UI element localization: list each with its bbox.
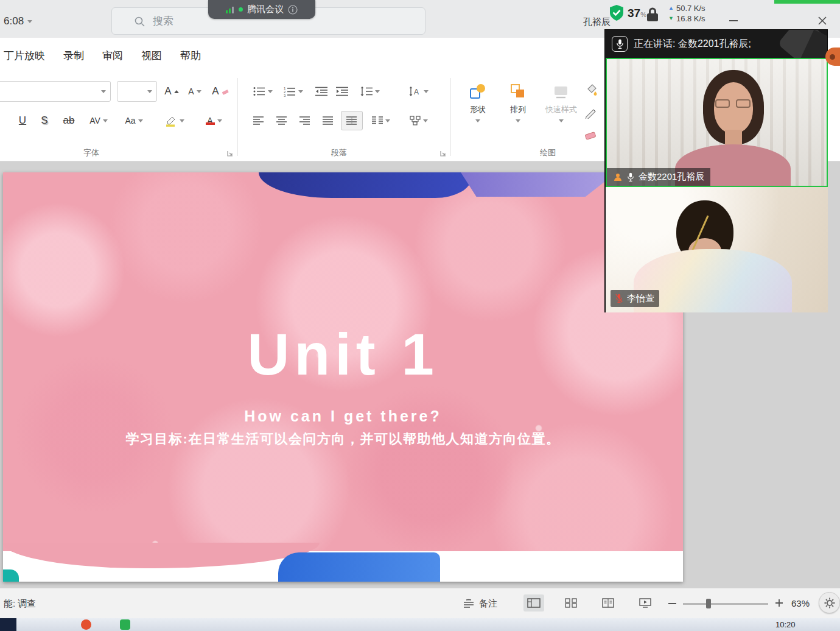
zoom-in-button[interactable] — [773, 597, 785, 609]
screen: 6:08 搜索 腾讯会议 孔裕辰 37% ▲ 50.7 K/s — [0, 0, 840, 631]
chevron-down-icon — [101, 90, 106, 93]
settings-gear-button[interactable] — [819, 592, 840, 613]
shapes-button[interactable]: 形状 — [460, 80, 495, 147]
zoom-slider-handle[interactable] — [706, 599, 711, 608]
bullet-list-button[interactable] — [250, 82, 276, 101]
arrange-button[interactable]: 排列 — [500, 80, 536, 147]
chevron-down-icon — [138, 119, 143, 122]
notes-icon — [463, 599, 475, 609]
slide-deco-blue-shape — [278, 552, 440, 582]
numbered-list-icon: 123 — [284, 86, 296, 97]
participant-video-2[interactable]: 李怡萱 — [606, 187, 828, 312]
decrease-indent-button[interactable] — [313, 82, 330, 101]
upload-arrow-icon: ▲ — [668, 3, 674, 13]
slide-sorter-icon — [565, 598, 577, 608]
highlighter-icon — [165, 115, 177, 127]
text-shadow-button[interactable]: S — [35, 111, 54, 130]
change-case-button[interactable]: Aa — [119, 111, 149, 130]
taskbar-clock[interactable]: 10:20 — [775, 620, 796, 629]
chevron-down-icon — [423, 119, 428, 122]
close-icon — [817, 16, 827, 26]
menu-item-view[interactable]: 视图 — [141, 49, 162, 63]
normal-view-icon — [527, 598, 541, 608]
minus-icon — [668, 603, 676, 604]
justify-icon — [323, 116, 334, 125]
notes-button[interactable]: 备注 — [463, 596, 497, 612]
convert-smartart-button[interactable] — [404, 111, 433, 130]
outline-pen-icon — [584, 105, 598, 119]
mic-on-icon — [627, 172, 634, 182]
quick-styles-button[interactable]: 快速样式 — [538, 80, 584, 147]
shapes-icon — [469, 83, 486, 100]
align-left-button[interactable] — [250, 111, 268, 130]
smartart-icon — [410, 116, 421, 125]
align-right-button[interactable] — [296, 111, 314, 130]
minimize-button[interactable] — [727, 15, 740, 27]
font-color-button[interactable]: A — [197, 111, 230, 130]
zoom-slider[interactable] — [683, 603, 768, 605]
start-button[interactable] — [0, 618, 16, 631]
line-spacing-button[interactable] — [357, 82, 383, 101]
system-time[interactable]: 6:08 — [4, 15, 32, 27]
zoom-out-button[interactable] — [666, 599, 678, 608]
taskbar-app-icon[interactable] — [120, 619, 130, 630]
security-shield-icon[interactable] — [609, 4, 625, 24]
slide-title[interactable]: Unit 1 — [3, 321, 683, 388]
font-size-dropdown[interactable] — [117, 81, 157, 102]
slide[interactable]: Unit 1 How can I get there? 学习目标:在日常生活可以… — [3, 172, 683, 582]
participant-1-name-bar: 金数2201孔裕辰 — [607, 168, 710, 186]
speaking-status-text: 正在讲话: 金数2201孔裕辰; — [634, 38, 751, 51]
highlight-color-button[interactable] — [158, 111, 191, 130]
character-spacing-button[interactable]: AV — [84, 111, 113, 130]
paragraph-dialog-launcher[interactable] — [439, 149, 447, 156]
distribute-text-button[interactable] — [341, 111, 363, 130]
menu-item-slideshow[interactable]: 丁片放映 — [4, 49, 45, 63]
chevron-down-icon — [559, 119, 564, 122]
shrink-font-button[interactable]: A — [185, 82, 205, 101]
shape-fill-button[interactable] — [581, 79, 601, 99]
clear-format-button[interactable]: A — [209, 82, 231, 101]
taskbar: 10:20 — [0, 618, 840, 631]
increase-indent-button[interactable] — [334, 82, 351, 101]
underline-button[interactable]: U — [13, 111, 32, 130]
strikethrough-button[interactable]: ab — [57, 111, 80, 130]
view-reading-button[interactable] — [598, 594, 618, 612]
columns-button[interactable] — [368, 111, 394, 130]
chevron-down-icon — [147, 90, 152, 93]
align-center-button[interactable] — [273, 111, 291, 130]
top-edge-accent — [774, 0, 840, 4]
grow-font-button[interactable]: A — [162, 82, 181, 101]
font-name-dropdown[interactable] — [0, 81, 111, 102]
zoom-percent-label[interactable]: 63% — [791, 598, 810, 608]
panel-collapse-tab[interactable] — [825, 48, 840, 66]
close-button[interactable] — [816, 15, 829, 27]
svg-text:A: A — [414, 88, 419, 96]
shape-eraser-button[interactable] — [581, 125, 601, 145]
meeting-pill[interactable]: 腾讯会议 — [208, 0, 315, 19]
view-slideshow-button[interactable] — [635, 594, 656, 612]
participant-video-1[interactable]: 金数2201孔裕辰 — [606, 58, 828, 187]
justify-button[interactable] — [319, 111, 337, 130]
slideshow-icon — [639, 598, 651, 608]
text-direction-button[interactable]: A — [404, 82, 433, 101]
notes-label: 备注 — [479, 598, 497, 610]
participant-1-figure — [714, 82, 753, 133]
slide-subtitle[interactable]: How can I get there? — [3, 407, 683, 425]
chevron-down-icon — [516, 119, 520, 122]
align-left-icon — [253, 116, 264, 125]
chevron-down-icon — [27, 20, 32, 23]
numbered-list-button[interactable]: 123 — [280, 82, 307, 101]
view-normal-button[interactable] — [523, 594, 544, 612]
download-arrow-icon: ▼ — [668, 13, 674, 24]
view-slide-sorter-button[interactable] — [561, 594, 581, 612]
menu-item-record[interactable]: 录制 — [63, 49, 84, 63]
font-dialog-launcher[interactable] — [226, 149, 234, 156]
columns-icon — [372, 116, 383, 125]
slide-objective-text[interactable]: 学习目标:在日常生活可以会问方向，并可以帮助他人知道方向位置。 — [3, 430, 683, 448]
taskbar-app-icon[interactable] — [81, 619, 91, 630]
menu-item-help[interactable]: 帮助 — [180, 49, 201, 63]
info-icon[interactable] — [288, 5, 298, 15]
drawing-group-label: 绘图 — [469, 147, 627, 158]
shape-outline-button[interactable] — [581, 102, 601, 122]
menu-item-review[interactable]: 审阅 — [102, 49, 123, 63]
